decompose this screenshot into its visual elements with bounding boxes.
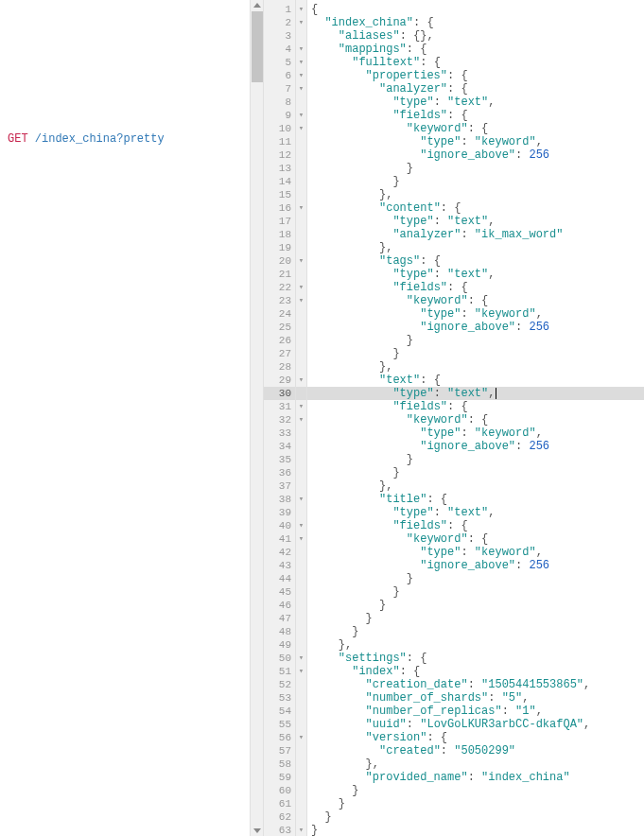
- code-line: "index_china": {: [311, 16, 644, 29]
- fold-toggle-icon[interactable]: ▾: [296, 254, 306, 268]
- fold-toggle-icon[interactable]: ▾: [296, 493, 306, 506]
- code-line: "index": {: [311, 665, 644, 678]
- request-editor-panel[interactable]: GET /index_china?pretty: [0, 0, 264, 836]
- line-number: 36: [264, 466, 295, 479]
- fold-toggle-icon[interactable]: ▾: [296, 731, 306, 744]
- code-line: "aliases": {},: [311, 29, 644, 43]
- fold-spacer: [296, 29, 306, 43]
- fold-toggle-icon[interactable]: ▾: [296, 3, 306, 16]
- fold-toggle-icon[interactable]: ▾: [296, 374, 306, 387]
- scroll-up-icon[interactable]: [253, 3, 261, 8]
- fold-toggle-icon[interactable]: ▾: [296, 400, 306, 413]
- line-number: 47: [264, 612, 295, 625]
- code-line: },: [311, 758, 644, 771]
- code-line: "text": {: [311, 374, 644, 387]
- fold-spacer: [296, 440, 306, 453]
- line-number: 18: [264, 228, 295, 241]
- fold-toggle-icon[interactable]: ▾: [296, 519, 306, 532]
- text-cursor: [496, 388, 496, 399]
- fold-spacer: [296, 718, 306, 731]
- fold-toggle-icon[interactable]: ▾: [296, 532, 306, 546]
- code-line: }: [311, 625, 644, 638]
- line-number: 48: [264, 625, 295, 638]
- fold-spacer: [296, 771, 306, 784]
- code-line: "number_of_replicas": "1",: [311, 705, 644, 718]
- line-number: 28: [264, 360, 295, 374]
- fold-toggle-icon[interactable]: ▾: [296, 281, 306, 294]
- code-line: },: [311, 241, 644, 254]
- code-line: "type": "text",: [311, 268, 644, 281]
- code-line: "type": "text",: [307, 387, 644, 400]
- line-number: 52: [264, 678, 295, 691]
- line-number: 5: [264, 56, 295, 69]
- code-line: "created": "5050299": [311, 744, 644, 758]
- fold-toggle-icon[interactable]: ▾: [296, 294, 306, 307]
- line-number: 17: [264, 215, 295, 228]
- fold-spacer: [296, 135, 306, 148]
- line-number: 57: [264, 744, 295, 758]
- code-line: "type": "text",: [311, 506, 644, 519]
- response-json[interactable]: { "index_china": { "aliases": {}, "mappi…: [307, 0, 644, 836]
- request-text[interactable]: GET /index_china?pretty: [0, 0, 263, 188]
- code-line: "type": "keyword",: [311, 427, 644, 440]
- fold-toggle-icon[interactable]: ▾: [296, 16, 306, 29]
- fold-toggle-icon[interactable]: ▾: [296, 652, 306, 665]
- scroll-thumb[interactable]: [252, 11, 263, 82]
- fold-spacer: [296, 307, 306, 321]
- code-line: }: [311, 612, 644, 625]
- code-line: "type": "keyword",: [311, 546, 644, 559]
- code-line: "type": "keyword",: [311, 135, 644, 148]
- code-line: "keyword": {: [311, 122, 644, 135]
- fold-spacer: [296, 678, 306, 691]
- code-line: "creation_date": "1505441553865",: [311, 678, 644, 691]
- line-number: 51: [264, 665, 295, 678]
- fold-toggle-icon[interactable]: ▾: [296, 56, 306, 69]
- fold-toggle-icon[interactable]: ▾: [296, 82, 306, 96]
- line-number: 26: [264, 334, 295, 347]
- code-line: }: [311, 466, 644, 479]
- fold-toggle-icon[interactable]: ▾: [296, 43, 306, 56]
- line-number: 40: [264, 519, 295, 532]
- code-line: "number_of_shards": "5",: [311, 691, 644, 705]
- fold-toggle-icon[interactable]: ▾: [296, 665, 306, 678]
- code-line: "ignore_above": 256: [311, 559, 644, 572]
- code-line: "type": "text",: [311, 215, 644, 228]
- fold-spacer: [296, 268, 306, 281]
- line-number: 16: [264, 201, 295, 215]
- line-number: 60: [264, 784, 295, 797]
- fold-toggle-icon[interactable]: ▾: [296, 824, 306, 836]
- code-line: },: [311, 479, 644, 493]
- line-number: 35: [264, 453, 295, 466]
- fold-toggle-icon[interactable]: ▾: [296, 201, 306, 215]
- line-number: 6: [264, 69, 295, 82]
- code-line: }: [311, 810, 644, 824]
- code-line: "tags": {: [311, 254, 644, 268]
- fold-toggle-icon[interactable]: ▾: [296, 122, 306, 135]
- line-number: 10: [264, 122, 295, 135]
- fold-spacer: [296, 387, 306, 400]
- line-number: 29: [264, 374, 295, 387]
- line-number: 22: [264, 281, 295, 294]
- fold-toggle-icon[interactable]: ▾: [296, 69, 306, 82]
- left-scrollbar[interactable]: [250, 0, 263, 836]
- code-line: "provided_name": "index_china": [311, 771, 644, 784]
- code-line: "fields": {: [311, 281, 644, 294]
- code-line: "fulltext": {: [311, 56, 644, 69]
- fold-spacer: [296, 559, 306, 572]
- http-method: GET: [8, 132, 28, 146]
- scroll-down-icon[interactable]: [253, 828, 261, 833]
- fold-spacer: [296, 758, 306, 771]
- fold-spacer: [296, 479, 306, 493]
- code-line: }: [311, 453, 644, 466]
- code-line: "keyword": {: [311, 532, 644, 546]
- code-line: "properties": {: [311, 69, 644, 82]
- code-line: },: [311, 360, 644, 374]
- code-line: "fields": {: [311, 400, 644, 413]
- line-number: 2: [264, 16, 295, 29]
- fold-toggle-icon[interactable]: ▾: [296, 413, 306, 427]
- line-number: 59: [264, 771, 295, 784]
- fold-spacer: [296, 321, 306, 334]
- fold-spacer: [296, 810, 306, 824]
- fold-toggle-icon[interactable]: ▾: [296, 109, 306, 122]
- code-line: "mappings": {: [311, 43, 644, 56]
